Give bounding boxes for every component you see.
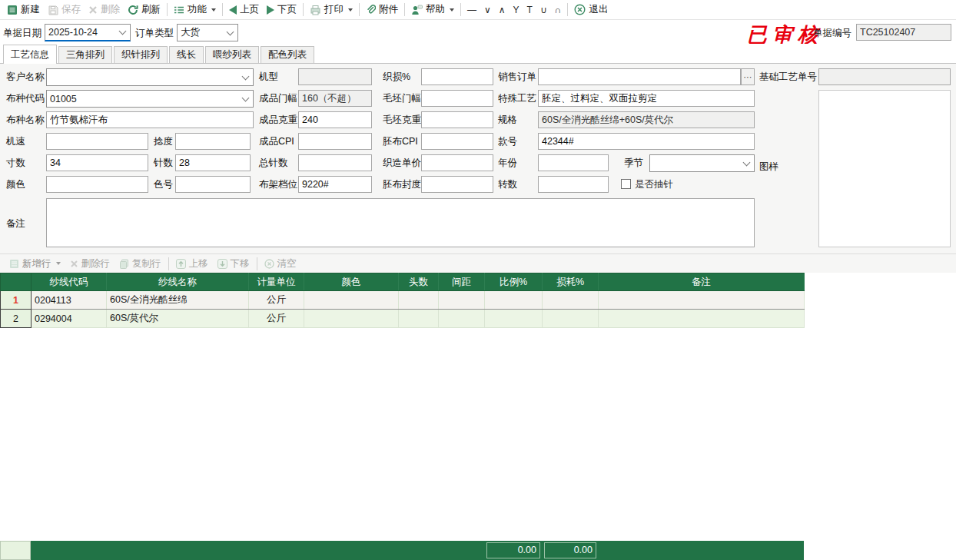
weave-price-field[interactable] xyxy=(421,154,493,171)
prev-page-button[interactable]: 上页 xyxy=(225,2,263,18)
tab-feeder-list[interactable]: 喂纱列表 xyxy=(205,46,259,63)
stitch-symbol-t-button[interactable]: T xyxy=(523,4,536,16)
blank-cpi-field[interactable] xyxy=(421,133,493,150)
pattern-label: 图样 xyxy=(759,158,778,175)
delete-button: 删除 xyxy=(85,2,124,18)
style-no-field[interactable] xyxy=(538,133,755,150)
cell-remark[interactable] xyxy=(599,310,805,328)
season-combo[interactable] xyxy=(649,154,755,172)
exit-button[interactable]: 退出 xyxy=(570,2,612,18)
twist-field[interactable] xyxy=(175,133,251,150)
tab-yarn-length[interactable]: 线长 xyxy=(169,46,204,63)
spec-field xyxy=(538,111,755,128)
cell-ratio[interactable] xyxy=(485,291,543,310)
blank-seal-field[interactable] xyxy=(421,176,493,193)
cell-spacing[interactable] xyxy=(439,310,485,328)
weave-loss-field[interactable] xyxy=(421,68,493,85)
add-row-label: 新增行 xyxy=(22,257,51,270)
finished-weight-field[interactable] xyxy=(298,111,372,128)
tab-process-info[interactable]: 工艺信息 xyxy=(3,45,57,64)
cell-yarn-code[interactable]: 0204113 xyxy=(32,291,107,310)
functions-label: 功能 xyxy=(188,3,207,16)
twist-label: 捻度 xyxy=(154,133,173,150)
stitch-symbol-y-button[interactable]: Y xyxy=(510,4,523,16)
stitch-symbol-dash-button[interactable]: — xyxy=(463,4,480,16)
customer-combo[interactable] xyxy=(46,68,254,86)
finished-cpi-field[interactable] xyxy=(298,133,372,150)
functions-menu-button[interactable]: 功能 xyxy=(170,2,220,18)
process-sheet-window: 新建 保存 删除 刷新 功能 上页 下页 xyxy=(0,0,956,560)
stitch-symbol-caret-button[interactable]: ∧ xyxy=(495,4,510,16)
rack-gear-field[interactable] xyxy=(298,176,372,193)
toolbar-separator xyxy=(303,3,304,16)
dropdown-caret-icon xyxy=(450,8,454,12)
cell-yarn-name[interactable]: 60S/莫代尔 xyxy=(107,310,249,328)
delete-row-x-icon xyxy=(70,260,78,268)
needles-field[interactable] xyxy=(175,154,251,171)
inches-field[interactable] xyxy=(46,154,148,171)
next-page-button[interactable]: 下页 xyxy=(263,2,300,18)
color-no-field[interactable] xyxy=(175,176,251,193)
prev-arrow-icon xyxy=(229,5,237,15)
prev-page-label: 上页 xyxy=(240,3,259,16)
stitch-symbol-v-button[interactable]: ∨ xyxy=(480,4,495,16)
fabric-code-combo[interactable]: 01005 xyxy=(46,90,254,108)
move-up-label: 上移 xyxy=(189,257,208,270)
cell-color[interactable] xyxy=(304,291,399,310)
year-field[interactable] xyxy=(538,154,609,171)
help-button[interactable]: 帮助 xyxy=(407,2,458,18)
row-selector[interactable]: 2 xyxy=(1,310,32,328)
clear-label: 清空 xyxy=(277,257,297,270)
cell-ratio[interactable] xyxy=(485,310,543,328)
row-selector[interactable]: 1 xyxy=(1,291,32,310)
cell-heads[interactable] xyxy=(399,291,439,310)
machine-speed-field[interactable] xyxy=(46,133,148,150)
cell-unit[interactable]: 公斤 xyxy=(249,310,304,328)
needle-pull-checkbox[interactable] xyxy=(621,179,631,189)
add-row-button[interactable]: 新增行 xyxy=(5,256,65,272)
delete-label: 删除 xyxy=(101,3,120,16)
cell-unit[interactable]: 公斤 xyxy=(249,291,304,310)
refresh-button[interactable]: 刷新 xyxy=(124,2,164,18)
save-label: 保存 xyxy=(61,3,81,16)
cell-yarn-name[interactable]: 60S/全消光酷丝绵 xyxy=(107,291,249,310)
revolutions-field[interactable] xyxy=(538,176,609,193)
sales-order-field[interactable] xyxy=(538,68,741,85)
order-type-combo[interactable]: 大货 xyxy=(177,24,238,41)
remarks-textarea[interactable] xyxy=(46,198,755,247)
attachment-button[interactable]: 附件 xyxy=(362,2,402,18)
blank-width-field[interactable] xyxy=(421,90,493,107)
tab-strip: 工艺信息 三角排列 织针排列 线长 喂纱列表 配色列表 xyxy=(0,44,956,64)
cell-remark[interactable] xyxy=(599,291,805,310)
special-process-field[interactable] xyxy=(538,90,755,107)
cell-loss[interactable] xyxy=(543,291,599,310)
cell-loss[interactable] xyxy=(543,310,599,328)
cell-spacing[interactable] xyxy=(439,291,485,310)
tab-cam-arrangement[interactable]: 三角排列 xyxy=(58,46,112,63)
save-button: 保存 xyxy=(44,2,85,18)
doc-date-value: 2025-10-24 xyxy=(48,27,117,38)
fabric-name-label: 布种名称 xyxy=(6,111,45,128)
total-needles-field[interactable] xyxy=(298,154,372,171)
finished-weight-label: 成品克重 xyxy=(259,111,297,128)
new-button[interactable]: 新建 xyxy=(3,2,44,18)
finished-width-field xyxy=(298,90,372,107)
cell-heads[interactable] xyxy=(399,310,439,328)
blank-width-label: 毛坯门幅 xyxy=(383,90,421,107)
stitch-symbol-cup-button[interactable]: ∪ xyxy=(536,4,551,16)
stitch-symbol-cap-button[interactable]: ∩ xyxy=(551,4,566,16)
doc-date-combo[interactable]: 2025-10-24 xyxy=(45,24,131,41)
pattern-image-box[interactable] xyxy=(818,90,951,247)
cell-yarn-code[interactable]: 0294004 xyxy=(32,310,107,328)
tab-needle-arrangement[interactable]: 织针排列 xyxy=(114,46,168,63)
sales-order-lookup-button[interactable]: ⋯ xyxy=(741,68,755,85)
cell-color[interactable] xyxy=(304,310,399,328)
yarn-grid: 纱线代码 纱线名称 计量单位 颜色 头数 间距 比例% 损耗% 备注 1 020… xyxy=(0,273,805,328)
toolbar-separator xyxy=(359,3,360,16)
tab-color-list[interactable]: 配色列表 xyxy=(261,46,314,63)
color-field[interactable] xyxy=(46,176,148,193)
print-button[interactable]: 打印 xyxy=(306,2,357,18)
blank-weight-field[interactable] xyxy=(421,111,493,128)
delete-row-label: 删除行 xyxy=(81,257,111,270)
fabric-name-field[interactable] xyxy=(46,111,254,128)
